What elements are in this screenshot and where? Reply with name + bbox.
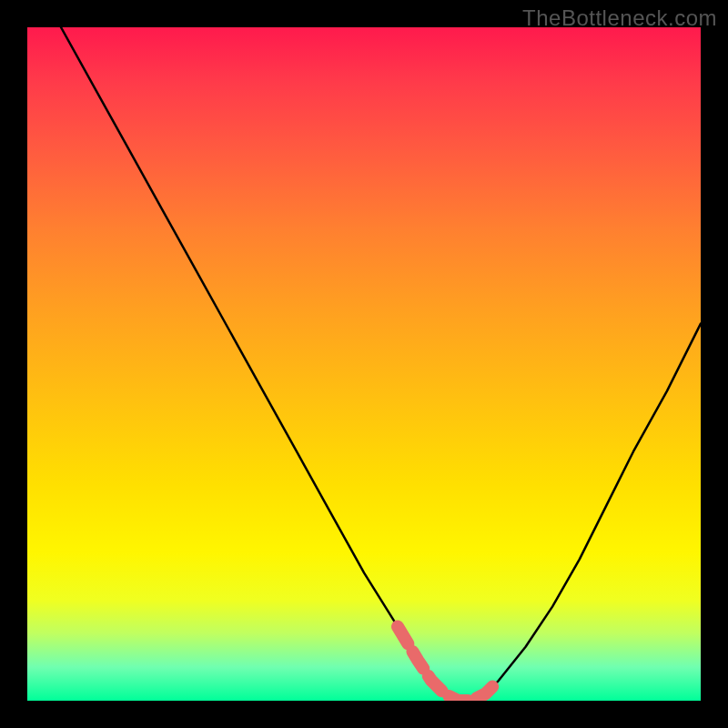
chart-frame: TheBottleneck.com	[0, 0, 728, 728]
plot-area	[27, 27, 701, 701]
v-curve	[61, 27, 701, 701]
curve-overlay	[27, 27, 701, 701]
curve-highlight	[398, 627, 499, 701]
